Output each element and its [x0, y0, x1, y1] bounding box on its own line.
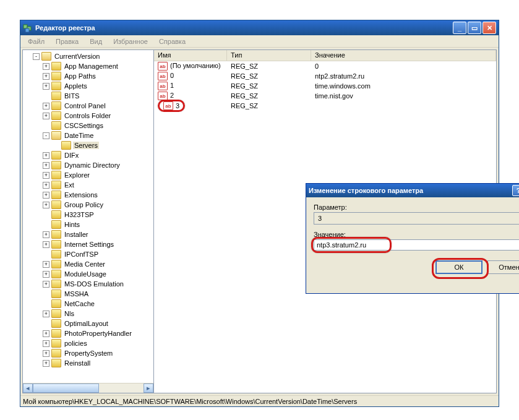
- menu-help[interactable]: Справка: [154, 36, 191, 46]
- folder-icon: [51, 339, 61, 348]
- scroll-thumb[interactable]: [33, 384, 99, 393]
- tree-expander-icon[interactable]: +: [43, 340, 49, 347]
- registry-tree[interactable]: -CurrentVersion+App Management+App Paths…: [23, 50, 153, 383]
- tree-item-hints[interactable]: Hints: [23, 220, 153, 229]
- tree-item-ipconftsp[interactable]: IPConfTSP: [23, 249, 153, 259]
- tree-item-app-management[interactable]: +App Management: [23, 61, 153, 71]
- tree-expander-icon[interactable]: +: [43, 103, 49, 109]
- value-row[interactable]: ab3REG_SZ: [154, 101, 496, 111]
- tree-item-controls-folder[interactable]: +Controls Folder: [23, 111, 153, 121]
- tree-item-explorer[interactable]: +Explorer: [23, 170, 153, 180]
- tree-item-moduleusage[interactable]: +ModuleUsage: [23, 269, 153, 279]
- col-header-type[interactable]: Тип: [227, 50, 311, 61]
- tree-item-dynamic-directory[interactable]: +Dynamic Directory: [23, 160, 153, 170]
- tree-item-extensions[interactable]: +Extensions: [23, 190, 153, 200]
- tree-item-control-panel[interactable]: +Control Panel: [23, 101, 153, 111]
- ok-button[interactable]: ОК: [435, 260, 483, 274]
- dialog-help-button[interactable]: ?: [512, 185, 519, 196]
- menu-favorites[interactable]: Избранное: [108, 36, 153, 46]
- tree-scrollbar-horizontal[interactable]: ◂ ▸: [23, 383, 153, 393]
- dialog-titlebar[interactable]: Изменение строкового параметра ? ✕: [306, 184, 519, 197]
- folder-icon: [51, 181, 61, 189]
- tree-expander-icon[interactable]: +: [43, 192, 49, 199]
- tree-expander-icon[interactable]: +: [43, 330, 49, 337]
- tree-item-ms-dos-emulation[interactable]: +MS-DOS Emulation: [23, 279, 153, 289]
- tree-item-app-paths[interactable]: +App Paths: [23, 71, 153, 81]
- close-button[interactable]: ✕: [483, 22, 496, 34]
- tree-expander-icon[interactable]: +: [43, 113, 49, 119]
- tree-item-currentversion[interactable]: -CurrentVersion: [23, 51, 153, 61]
- tree-expander-icon[interactable]: +: [43, 360, 49, 367]
- folder-icon: [51, 329, 61, 338]
- scroll-track[interactable]: [33, 384, 144, 393]
- tree-expander-icon[interactable]: +: [43, 261, 49, 268]
- tree-item-label: Ext: [63, 181, 75, 189]
- tree-expander-icon[interactable]: +: [43, 73, 49, 80]
- value-type: REG_SZ: [227, 82, 311, 90]
- tree-item-label: PhotoPropertyHandler: [63, 330, 133, 337]
- tree-expander-icon[interactable]: +: [43, 152, 49, 159]
- list-header: Имя Тип Значение: [154, 50, 496, 61]
- tree-item-reinstall[interactable]: +Reinstall: [23, 358, 153, 368]
- menu-view[interactable]: Вид: [85, 36, 107, 46]
- tree-expander-icon[interactable]: +: [43, 63, 49, 70]
- value-row[interactable]: ab(По умолчанию)REG_SZ0: [154, 61, 496, 71]
- tree-item-group-policy[interactable]: +Group Policy: [23, 200, 153, 210]
- tree-item-optimallayout[interactable]: OptimalLayout: [23, 319, 153, 328]
- tree-expander-icon[interactable]: +: [43, 231, 49, 238]
- tree-item-nls[interactable]: +Nls: [23, 309, 153, 319]
- param-value-box: 3: [314, 212, 519, 225]
- tree-expander-icon[interactable]: +: [43, 311, 49, 317]
- tree-item-datetime[interactable]: -DateTime: [23, 131, 153, 140]
- tree-expander-icon[interactable]: -: [33, 53, 40, 60]
- tree-item-ext[interactable]: +Ext: [23, 180, 153, 190]
- tree-expander-icon[interactable]: +: [43, 83, 49, 90]
- edit-string-dialog: Изменение строкового параметра ? ✕ Парам…: [306, 183, 519, 294]
- tree-item-media-center[interactable]: +Media Center: [23, 259, 153, 269]
- maximize-button[interactable]: ▭: [468, 22, 481, 34]
- titlebar[interactable]: Редактор реестра _ ▭ ✕: [20, 20, 499, 35]
- tree-expander-icon[interactable]: +: [43, 172, 49, 179]
- tree-item-label: PropertySystem: [63, 349, 114, 357]
- tree-item-servers[interactable]: Servers: [23, 140, 153, 150]
- col-header-name[interactable]: Имя: [154, 50, 227, 61]
- value-input[interactable]: [314, 239, 519, 251]
- tree-item-bits[interactable]: BITS: [23, 91, 153, 101]
- tree-item-photopropertyhandler[interactable]: +PhotoPropertyHandler: [23, 328, 153, 338]
- tree-item-label: H323TSP: [63, 211, 95, 218]
- tree-expander-icon[interactable]: +: [43, 162, 49, 169]
- tree-expander-icon[interactable]: +: [43, 202, 49, 208]
- tree-item-installer[interactable]: +Installer: [23, 229, 153, 239]
- tree-item-cscsettings[interactable]: CSCSettings: [23, 121, 153, 131]
- tree-expander-icon[interactable]: +: [43, 271, 49, 278]
- tree-item-policies[interactable]: +policies: [23, 338, 153, 348]
- value-row[interactable]: ab0REG_SZntp2.stratum2.ru: [154, 71, 496, 81]
- registry-editor-window: Редактор реестра _ ▭ ✕ Файл Правка Вид И…: [20, 20, 499, 407]
- value-name: 0: [170, 72, 174, 79]
- minimize-button[interactable]: _: [453, 22, 466, 34]
- scroll-left-button[interactable]: ◂: [23, 384, 33, 393]
- string-value-icon: ab: [158, 72, 168, 80]
- folder-icon: [51, 230, 61, 239]
- tree-expander-icon[interactable]: +: [43, 350, 49, 357]
- scroll-right-button[interactable]: ▸: [144, 384, 153, 393]
- tree-item-internet-settings[interactable]: +Internet Settings: [23, 239, 153, 249]
- col-header-value[interactable]: Значение: [311, 50, 496, 61]
- value-row[interactable]: ab1REG_SZtime.windows.com: [154, 81, 496, 91]
- tree-item-netcache[interactable]: NetCache: [23, 299, 153, 309]
- menu-edit[interactable]: Правка: [51, 36, 84, 46]
- string-value-icon: ab: [163, 101, 173, 110]
- tree-item-propertysystem[interactable]: +PropertySystem: [23, 348, 153, 358]
- tree-item-difx[interactable]: +DIFx: [23, 150, 153, 160]
- value-data: time.nist.gov: [311, 92, 496, 100]
- menu-file[interactable]: Файл: [23, 36, 49, 46]
- tree-item-mssha[interactable]: MSSHA: [23, 289, 153, 299]
- tree-expander-icon[interactable]: +: [43, 241, 49, 248]
- tree-item-label: Hints: [63, 221, 81, 228]
- tree-item-applets[interactable]: +Applets: [23, 81, 153, 91]
- cancel-button[interactable]: Отмена: [487, 260, 519, 274]
- tree-item-h323tsp[interactable]: H323TSP: [23, 210, 153, 220]
- tree-expander-icon[interactable]: +: [43, 281, 49, 288]
- tree-expander-icon[interactable]: +: [43, 182, 49, 189]
- tree-expander-icon[interactable]: -: [43, 132, 49, 139]
